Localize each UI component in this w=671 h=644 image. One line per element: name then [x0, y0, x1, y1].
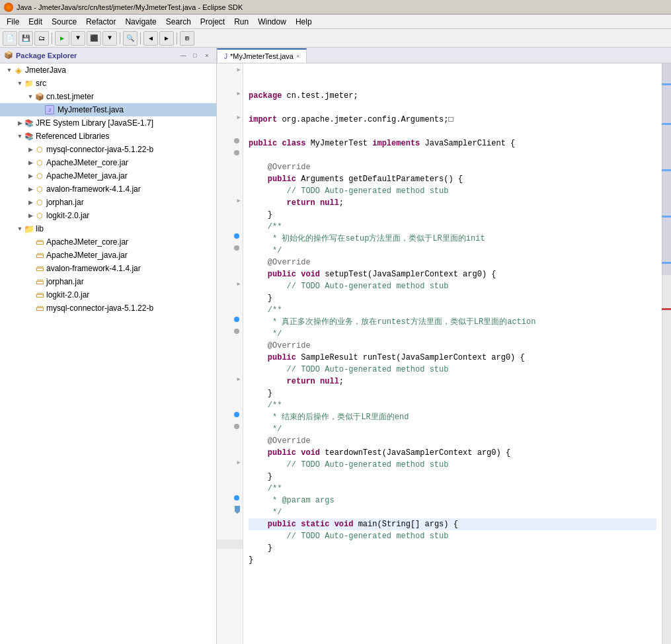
toolbar-run-btn[interactable]: ▶ — [55, 31, 69, 46]
menu-navigate[interactable]: Navigate — [121, 16, 160, 28]
toolbar-save-btn[interactable]: 💾 — [19, 31, 33, 46]
menu-edit[interactable]: Edit — [24, 16, 46, 28]
gutter-line-31[interactable] — [217, 421, 243, 432]
tree-item-apmjava[interactable]: ▶ ⬡ ApacheJMeter_java.jar — [0, 169, 216, 182]
tree-item-lib-jorphan[interactable]: ▶ 🗃 jorphan.jar — [0, 275, 216, 288]
tree-view[interactable]: ▼ ◈ JmeterJava ▼ 📁 src ▼ 📦 cn.test.jmete… — [0, 63, 216, 644]
tree-item-logkit[interactable]: ▶ ⬡ logkit-2.0.jar — [0, 209, 216, 222]
gutter-line-4[interactable] — [217, 99, 243, 111]
gutter-line-26[interactable] — [217, 361, 243, 373]
tree-item-lib-logkit[interactable]: ▶ 🗃 logkit-2.0.jar — [0, 288, 216, 302]
gutter-line-35[interactable] — [217, 468, 243, 480]
gutter-expand-btn-27[interactable]: ▶ — [237, 376, 241, 383]
tree-item-reflibs[interactable]: ▼ 📚 Referenced Libraries — [0, 130, 216, 143]
gutter-line-5[interactable]: ▶ — [217, 111, 243, 123]
toolbar-forward-btn[interactable]: ▶ — [159, 31, 174, 46]
gutter-line-30[interactable] — [217, 409, 243, 421]
gutter-line-6[interactable] — [217, 123, 243, 135]
gutter-line-3[interactable]: ▶ — [217, 87, 243, 99]
menu-source[interactable]: Source — [48, 16, 81, 28]
gutter-line-24[interactable] — [217, 337, 243, 349]
gutter-line-37[interactable] — [217, 492, 243, 504]
gutter-line-34[interactable]: ▶ — [217, 456, 243, 468]
menu-refactor[interactable]: Refactor — [82, 16, 120, 28]
gutter-expand-btn-12[interactable]: ▶ — [237, 197, 241, 204]
gutter-line-17[interactable] — [217, 254, 243, 266]
gutter-line-16[interactable] — [217, 242, 243, 254]
tree-item-mysql[interactable]: ▶ ⬡ mysql-connector-java-5.1.22-b — [0, 143, 216, 156]
jar-icon-logkit: ⬡ — [34, 210, 45, 221]
gutter-expand-btn-19[interactable]: ▶ — [237, 280, 241, 288]
gutter-line-11[interactable] — [217, 182, 243, 194]
tree-item-myjmetertest[interactable]: ▶ J MyJmeterTest.java — [0, 103, 216, 116]
toolbar-perspective-btn[interactable]: ⊞ — [180, 31, 194, 46]
tree-item-package[interactable]: ▼ 📦 cn.test.jmeter — [0, 90, 216, 103]
gutter-line-40[interactable] — [217, 528, 243, 540]
toolbar-search-btn[interactable]: 🔍 — [123, 31, 138, 46]
gutter-line-33[interactable] — [217, 444, 243, 456]
gutter-line-1[interactable]: ▶ — [217, 63, 243, 75]
tree-item-lib[interactable]: ▼ 📁 lib — [0, 222, 216, 235]
gutter-expand-btn-1[interactable]: ▶ — [237, 66, 241, 73]
menu-help[interactable]: Help — [292, 16, 316, 28]
toolbar-new-btn[interactable]: 📄 — [3, 31, 17, 46]
gutter-line-2[interactable] — [217, 75, 243, 87]
tree-item-src[interactable]: ▼ 📁 src — [0, 77, 216, 90]
gutter-line-23[interactable] — [217, 325, 243, 337]
menu-file[interactable]: File — [3, 16, 23, 28]
toolbar-save-all-btn[interactable]: 🗂 — [34, 31, 49, 46]
gutter-line-25[interactable] — [217, 349, 243, 361]
tree-item-lib-apmjava[interactable]: ▶ 🗃 ApacheJMeter_java.jar — [0, 249, 216, 262]
gutter-line-10[interactable] — [217, 171, 243, 182]
menu-window[interactable]: Window — [254, 16, 290, 28]
gutter-line-15[interactable] — [217, 230, 243, 242]
tree-item-jmeterjava[interactable]: ▼ ◈ JmeterJava — [0, 63, 216, 77]
scroll-indicator-panel[interactable] — [662, 63, 671, 644]
gutter-expand-btn-34[interactable]: ▶ — [237, 459, 241, 466]
code-token: return — [287, 198, 315, 208]
tree-item-avalon[interactable]: ▶ ⬡ avalon-framework-4.1.4.jar — [0, 182, 216, 196]
gutter-line-29[interactable] — [217, 397, 243, 409]
gutter-line-27[interactable]: ▶ — [217, 373, 243, 385]
gutter-line-9[interactable] — [217, 159, 243, 171]
gutter-line-22[interactable] — [217, 313, 243, 325]
gutter-line-38[interactable] — [217, 504, 243, 516]
gutter-line-39[interactable] — [217, 516, 243, 528]
menu-search[interactable]: Search — [162, 16, 195, 28]
code-token: */ — [249, 329, 282, 339]
panel-minimize-btn[interactable]: — — [178, 50, 188, 61]
code-area[interactable]: package cn.test.jmeter;​import org.apach… — [243, 63, 662, 644]
tree-item-lib-avalon[interactable]: ▶ 🗃 avalon-framework-4.1.4.jar — [0, 262, 216, 275]
gutter-line-19[interactable]: ▶ — [217, 278, 243, 290]
gutter-expand-btn-5[interactable]: ▶ — [237, 114, 241, 121]
gutter-line-36[interactable] — [217, 480, 243, 492]
tree-item-jorphan[interactable]: ▶ ⬡ jorphan.jar — [0, 196, 216, 209]
menu-run[interactable]: Run — [230, 16, 253, 28]
gutter-line-32[interactable] — [217, 432, 243, 444]
toolbar-debug-dropdown-btn[interactable]: ▼ — [102, 31, 117, 46]
gutter-line-13[interactable] — [217, 206, 243, 218]
menu-project[interactable]: Project — [196, 16, 229, 28]
gutter-line-20[interactable] — [217, 290, 243, 302]
gutter-dot-23 — [234, 329, 239, 334]
tree-item-jre[interactable]: ▶ 📚 JRE System Library [JavaSE-1.7] — [0, 116, 216, 130]
gutter-line-14[interactable] — [217, 218, 243, 230]
toolbar-run-dropdown-btn[interactable]: ▼ — [71, 31, 85, 46]
tree-item-lib-mysql[interactable]: ▶ 🗃 mysql-connector-java-5.1.22-b — [0, 302, 216, 315]
panel-close-btn[interactable]: × — [202, 50, 212, 61]
editor-tab-close-btn[interactable]: × — [296, 53, 299, 60]
code-line-1: package cn.test.jmeter; — [249, 90, 656, 102]
gutter-line-7[interactable] — [217, 135, 243, 147]
gutter-line-8[interactable] — [217, 147, 243, 159]
panel-maximize-btn[interactable]: □ — [190, 50, 200, 61]
gutter-line-18[interactable] — [217, 266, 243, 278]
tree-item-lib-apmcore[interactable]: ▶ 🗃 ApacheJMeter_core.jar — [0, 235, 216, 249]
editor-tab-myjmetertest[interactable]: J *MyJmeterTest.java × — [217, 48, 307, 63]
toolbar-debug-btn[interactable]: ⬛ — [87, 31, 101, 46]
tree-item-apmcore[interactable]: ▶ ⬡ ApacheJMeter_core.jar — [0, 156, 216, 169]
gutter-line-21[interactable] — [217, 302, 243, 313]
gutter-expand-btn-3[interactable]: ▶ — [237, 90, 241, 97]
gutter-line-12[interactable]: ▶ — [217, 194, 243, 206]
toolbar-back-btn[interactable]: ◀ — [143, 31, 158, 46]
gutter-line-28[interactable] — [217, 385, 243, 397]
